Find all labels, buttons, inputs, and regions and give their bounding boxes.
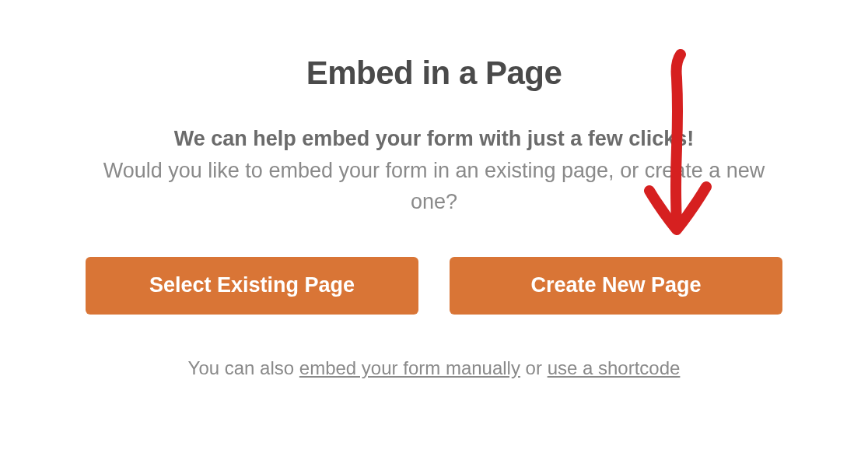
footer-prefix: You can also xyxy=(188,357,299,378)
use-shortcode-link[interactable]: use a shortcode xyxy=(548,357,681,378)
subtitle-line2: Would you like to embed your form in an … xyxy=(86,155,782,218)
embed-modal: Embed in a Page We can help embed your f… xyxy=(0,0,868,410)
modal-subtitle: We can help embed your form with just a … xyxy=(86,123,782,218)
select-existing-page-button[interactable]: Select Existing Page xyxy=(86,257,418,315)
modal-title: Embed in a Page xyxy=(86,54,782,92)
subtitle-line1: We can help embed your form with just a … xyxy=(86,123,782,155)
create-new-page-button[interactable]: Create New Page xyxy=(450,257,782,315)
embed-manually-link[interactable]: embed your form manually xyxy=(299,357,520,378)
footer-middle: or xyxy=(520,357,548,378)
button-row: Select Existing Page Create New Page xyxy=(86,257,782,315)
footer-text: You can also embed your form manually or… xyxy=(86,357,782,379)
